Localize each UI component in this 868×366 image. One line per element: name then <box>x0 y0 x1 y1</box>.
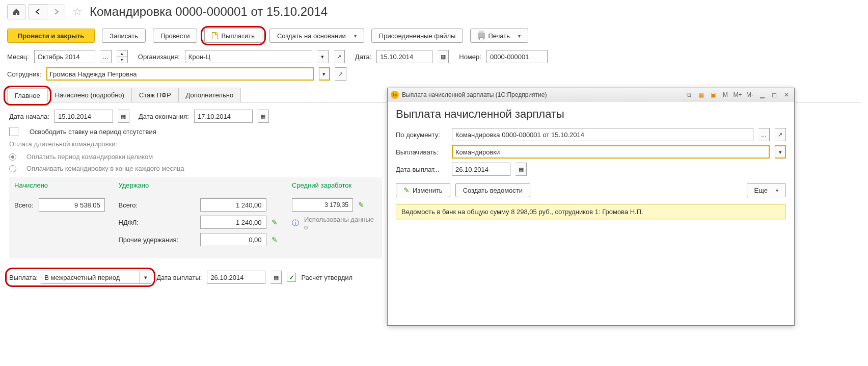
statement-list[interactable] <box>396 219 786 321</box>
bydoc-input[interactable] <box>452 128 753 141</box>
org-label: Организация: <box>138 53 180 61</box>
ndfl-field[interactable] <box>200 216 266 229</box>
employee-dropdown-button[interactable]: ▾ <box>319 67 330 81</box>
ndfl-edit-icon[interactable]: ✎ <box>272 218 278 226</box>
org-dropdown-button[interactable]: ▾ <box>317 50 329 63</box>
month-stepper[interactable]: ▲▼ <box>117 50 128 63</box>
popup-paydate-calendar-button[interactable]: ▦ <box>516 163 527 176</box>
paydate-calendar-button[interactable]: ▦ <box>270 271 282 284</box>
ndfl-input[interactable] <box>201 216 266 228</box>
number-input[interactable] <box>487 50 547 63</box>
paydate-label: Дата выплаты: <box>156 274 202 281</box>
paywhat-field[interactable] <box>452 145 770 159</box>
app-logo-icon: 1c <box>391 91 399 99</box>
ndfl-label: НДФЛ: <box>119 219 195 226</box>
window-maximize-button[interactable]: ◻ <box>770 90 779 99</box>
paywhat-input[interactable] <box>452 146 769 158</box>
save-button[interactable]: Записать <box>102 29 146 43</box>
date-calendar-button[interactable]: ▦ <box>438 50 449 63</box>
popup-paydate-field[interactable] <box>452 163 510 176</box>
bydoc-open-button[interactable]: ↗ <box>775 128 786 141</box>
start-date-field[interactable] <box>55 110 113 123</box>
end-date-field[interactable] <box>194 110 253 123</box>
window-close-button[interactable]: ✕ <box>782 90 791 99</box>
edit-button[interactable]: ✎ Изменить <box>396 183 450 197</box>
payment-mode-input[interactable] <box>41 271 140 283</box>
window-minimize-button[interactable]: ▁ <box>757 90 767 99</box>
release-checkbox[interactable] <box>9 127 18 136</box>
paywhat-dropdown-button[interactable]: ▾ <box>775 145 786 159</box>
avg-input[interactable] <box>292 199 352 211</box>
bydoc-field[interactable] <box>452 128 753 141</box>
home-button[interactable] <box>7 4 25 19</box>
edit-button-label: Изменить <box>413 187 443 194</box>
info-icon[interactable]: ⓘ <box>292 219 299 228</box>
payment-mode-field[interactable] <box>41 271 140 284</box>
window-calendar-icon[interactable]: ▣ <box>709 90 718 99</box>
post-and-close-button[interactable]: Провести и закрыть <box>7 29 95 43</box>
avg-edit-icon[interactable]: ✎ <box>358 201 364 209</box>
month-picker-button[interactable]: … <box>100 50 112 63</box>
employee-field[interactable] <box>46 67 314 81</box>
pay-button-label: Выплатить <box>221 32 255 40</box>
avg-field[interactable] <box>292 198 353 212</box>
month-field[interactable] <box>34 50 95 63</box>
window-mem-m[interactable]: M <box>721 90 730 99</box>
nav-forward-button[interactable] <box>47 4 65 19</box>
org-open-button[interactable]: ↗ <box>334 50 345 63</box>
number-label: Номер: <box>459 53 481 61</box>
print-button[interactable]: Печать <box>470 29 528 43</box>
print-button-label: Печать <box>488 32 510 40</box>
post-button[interactable]: Провести <box>153 29 198 43</box>
more-button[interactable]: Еще <box>747 183 786 197</box>
pay-button[interactable]: Выплатить <box>204 29 262 43</box>
tab-accrued-detail[interactable]: Начислено (подробно) <box>47 88 132 102</box>
window-titlebar[interactable]: 1c Выплата начисленной зарплаты (1С:Пред… <box>388 88 794 101</box>
approved-checkbox[interactable]: ✓ <box>287 273 296 282</box>
payment-mode-dropdown-button[interactable]: ▾ <box>140 271 151 284</box>
start-date-calendar-button[interactable]: ▦ <box>118 110 129 123</box>
withheld-total-input[interactable] <box>201 199 266 211</box>
employee-open-button[interactable]: ↗ <box>335 67 346 81</box>
create-statements-button[interactable]: Создать ведомости <box>455 183 530 197</box>
date-label: Дата: <box>355 53 371 61</box>
accrued-total-input[interactable] <box>39 199 104 211</box>
paydate-input[interactable] <box>207 271 265 283</box>
longtrip-header: Оплата длительной командировки: <box>9 140 382 148</box>
other-withheld-input[interactable] <box>201 233 266 246</box>
start-date-label: Дата начала: <box>9 113 49 120</box>
employee-input[interactable] <box>47 68 313 80</box>
withheld-total-field[interactable] <box>200 198 266 212</box>
date-input[interactable] <box>377 50 432 63</box>
paydate-field[interactable] <box>207 271 265 284</box>
window-tool-icon[interactable]: ⧉ <box>684 90 693 99</box>
other-withheld-field[interactable] <box>200 233 266 246</box>
start-date-input[interactable] <box>55 110 113 122</box>
bydoc-picker-button[interactable]: … <box>758 128 770 141</box>
tab-main[interactable]: Главное <box>7 88 48 102</box>
avg-header: Средний заработок <box>292 181 377 189</box>
popup-paydate-input[interactable] <box>452 163 510 175</box>
end-date-input[interactable] <box>195 110 252 122</box>
radio-pay-monthly[interactable] <box>9 165 16 172</box>
window-calc-icon[interactable]: ▦ <box>696 90 706 99</box>
window-mem-mplus[interactable]: M+ <box>733 90 742 99</box>
end-date-calendar-button[interactable]: ▦ <box>258 110 269 123</box>
tab-pfr[interactable]: Стаж ПФР <box>131 88 179 102</box>
tab-extra[interactable]: Дополнительно <box>178 88 241 102</box>
other-withheld-edit-icon[interactable]: ✎ <box>272 236 278 244</box>
favorite-star-icon[interactable]: ☆ <box>72 5 83 18</box>
window-mem-mminus[interactable]: M- <box>745 90 754 99</box>
attached-files-button[interactable]: Присоединенные файлы <box>371 29 464 43</box>
date-field[interactable] <box>376 50 432 63</box>
number-field[interactable] <box>486 50 548 63</box>
bydoc-label: По документу: <box>396 131 447 139</box>
month-input[interactable] <box>35 50 95 63</box>
radio-pay-full[interactable] <box>9 153 16 161</box>
org-input[interactable] <box>185 50 312 63</box>
org-field[interactable] <box>185 50 312 63</box>
withheld-header: Удержано <box>119 181 282 189</box>
accrued-total-field[interactable] <box>39 198 105 212</box>
nav-back-button[interactable] <box>29 4 47 19</box>
create-based-on-button[interactable]: Создать на основании <box>269 29 364 43</box>
